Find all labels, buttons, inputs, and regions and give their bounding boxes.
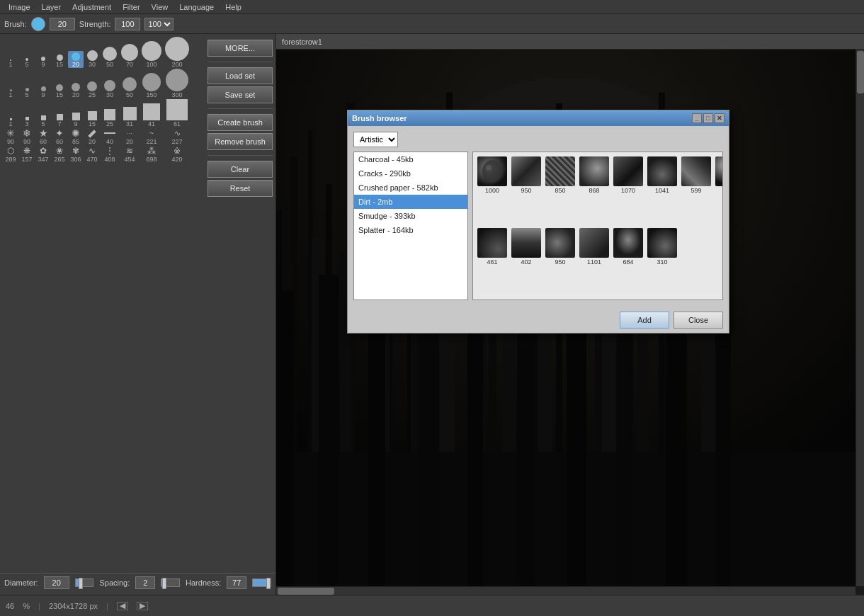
add-button[interactable]: Add [620,312,669,329]
dialog-minimize-button[interactable]: _ [692,113,702,123]
brush-preview-6[interactable]: 599 [680,155,712,225]
brush-num-4: 1070 [621,187,635,194]
brush-preview-8[interactable]: 461 [476,227,508,297]
brush-preview-0[interactable]: 1000 [476,155,508,225]
brush-num-13: 310 [656,258,667,266]
close-dialog-button[interactable]: Close [673,312,723,329]
svg-point-50 [482,160,502,183]
brush-preview-12[interactable]: 684 [612,227,644,297]
brush-preview-grid: 1000 950 850 868 [472,152,723,300]
category-item-crushed[interactable]: Crushed paper - 582kb [354,181,467,195]
brush-num-11: 1101 [587,258,601,266]
brush-num-9: 402 [521,258,531,266]
brush-preview-1[interactable]: 950 [510,155,542,225]
brush-preview-9[interactable]: 402 [510,227,542,297]
brush-preview-2[interactable]: 850 [544,155,576,225]
brush-preview-7[interactable]: 389 [714,155,723,225]
svg-point-51 [486,165,491,171]
brush-browser-dialog: Brush browser _ □ ✕ Artistic Charcoal - … [347,110,729,333]
category-dropdown-row: Artistic [353,132,723,147]
category-list[interactable]: Charcoal - 45kb Cracks - 290kb Crushed p… [353,152,468,300]
brush-num-0: 1000 [485,187,499,194]
brush-num-8: 461 [487,258,497,266]
brush-num-10: 950 [555,258,565,266]
dialog-title: Brush browser [352,114,407,122]
brush-preview-11[interactable]: 1101 [578,227,610,297]
brush-num-2: 850 [555,187,565,194]
brush-num-1: 950 [521,187,531,194]
dialog-maximize-button[interactable]: □ [703,113,713,123]
dialog-close-button[interactable]: ✕ [715,113,724,123]
category-item-dirt[interactable]: Dirt - 2mb [354,195,467,209]
dialog-content: Charcoal - 45kb Cracks - 290kb Crushed p… [353,152,723,300]
category-item-charcoal[interactable]: Charcoal - 45kb [354,152,467,166]
category-item-smudge[interactable]: Smudge - 393kb [354,209,467,223]
category-select[interactable]: Artistic [353,132,398,147]
brush-num-12: 684 [623,258,633,266]
dialog-titlebar: Brush browser _ □ ✕ [348,110,729,126]
brush-preview-3[interactable]: 868 [578,155,610,225]
dialog-body: Artistic Charcoal - 45kb Cracks - 290kb … [348,126,729,306]
brush-num-3: 868 [589,187,599,194]
brush-num-6: 599 [690,187,701,194]
dialog-titlebar-buttons: _ □ ✕ [692,113,724,123]
brush-preview-5[interactable]: 1041 [646,155,678,225]
brush-preview-10[interactable]: 950 [544,227,576,297]
dialog-overlay: Brush browser _ □ ✕ Artistic Charcoal - … [0,0,864,616]
brush-preview-4[interactable]: 1070 [612,155,644,225]
brush-preview-13[interactable]: 310 [646,227,678,297]
brush-num-5: 1041 [655,187,669,194]
category-item-cracks[interactable]: Cracks - 290kb [354,166,467,181]
dialog-footer: Add Close [348,306,729,333]
category-item-splatter[interactable]: Splatter - 164kb [354,223,467,237]
